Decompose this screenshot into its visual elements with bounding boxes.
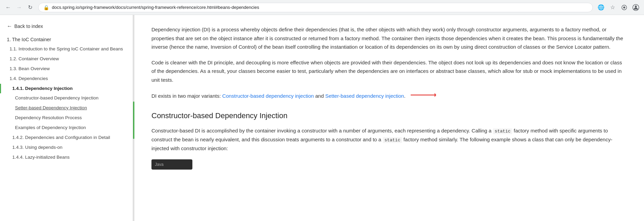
sidebar-item-dep-resolution[interactable]: Dependency Resolution Process — [0, 113, 133, 123]
sidebar-item-dependencies[interactable]: 1.4. Dependencies — [0, 74, 133, 84]
url-text: docs.spring.io/spring-framework/docs/cur… — [52, 5, 588, 10]
reload-button[interactable]: ↻ — [25, 3, 35, 12]
code-block-tab[interactable]: Java — [151, 159, 192, 170]
sidebar-item-lazy-init[interactable]: 1.4.4. Lazy-initialized Beans — [0, 153, 133, 162]
constructor-injection-link[interactable]: Constructor-based dependency injection — [222, 93, 314, 99]
sidebar-item-setter-based[interactable]: Setter-based Dependency Injection — [0, 103, 133, 113]
sidebar: ← Back to index 1. The IoC Container 1.1… — [0, 15, 133, 221]
svg-point-3 — [635, 5, 637, 7]
second-paragraph: Code is cleaner with the DI principle, a… — [151, 58, 627, 84]
extension-button[interactable] — [619, 3, 629, 12]
back-arrow-icon: ← — [7, 23, 12, 29]
constructor-para: Constructor-based DI is accomplished by … — [151, 126, 627, 153]
svg-marker-5 — [435, 93, 436, 97]
sidebar-scroll-thumb — [133, 101, 134, 139]
nav-buttons: ← → ↻ — [3, 3, 35, 12]
red-arrow-annotation — [409, 91, 436, 102]
setter-injection-link[interactable]: Setter-based dependency injection — [325, 93, 404, 99]
translate-button[interactable]: 🌐 — [596, 3, 606, 12]
sidebar-item-dep-injection[interactable]: 1.4.1. Dependency Injection — [0, 84, 133, 94]
sidebar-section-title: 1. The IoC Container — [0, 35, 133, 44]
static-code-1: static — [493, 128, 512, 134]
sidebar-item-dep-config[interactable]: 1.4.2. Dependencies and Configuration in… — [0, 133, 133, 143]
constructor-injection-heading: Constructor-based Dependency Injection — [151, 111, 627, 120]
sidebar-item-container-overview[interactable]: 1.2. Container Overview — [0, 54, 133, 64]
browser-toolbar: ← → ↻ 🔒 docs.spring.io/spring-framework/… — [0, 0, 644, 15]
main-layout: ← Back to index 1. The IoC Container 1.1… — [0, 15, 644, 221]
sidebar-scrollbar — [133, 15, 134, 221]
back-button[interactable]: ← — [3, 3, 13, 12]
lock-icon: 🔒 — [43, 5, 49, 10]
variants-paragraph: DI exists in two major variants: Constru… — [151, 91, 627, 102]
address-bar[interactable]: 🔒 docs.spring.io/spring-framework/docs/c… — [38, 3, 593, 12]
sidebar-item-dep-examples[interactable]: Examples of Dependency Injection — [0, 123, 133, 133]
sidebar-item-depends-on[interactable]: 1.4.3. Using depends-on — [0, 143, 133, 153]
back-to-index-link[interactable]: ← Back to index — [0, 20, 133, 35]
profile-button[interactable] — [631, 3, 641, 12]
sidebar-item-ioc-intro[interactable]: 1.1. Introduction to the Spring IoC Cont… — [0, 44, 133, 54]
forward-button[interactable]: → — [14, 3, 24, 12]
bookmark-button[interactable]: ☆ — [608, 3, 617, 12]
intro-paragraph: Dependency injection (DI) is a process w… — [151, 25, 627, 51]
sidebar-item-bean-overview[interactable]: 1.3. Bean Overview — [0, 64, 133, 74]
static-code-2: static — [383, 137, 402, 143]
content-area: Dependency injection (DI) is a process w… — [134, 15, 644, 221]
sidebar-item-constructor-based[interactable]: Constructor-based Dependency Injection — [0, 93, 133, 103]
code-tab-label: Java — [155, 162, 163, 167]
browser-actions: 🌐 ☆ — [596, 3, 641, 12]
svg-point-1 — [623, 6, 625, 9]
back-to-index-label: Back to index — [14, 23, 43, 29]
